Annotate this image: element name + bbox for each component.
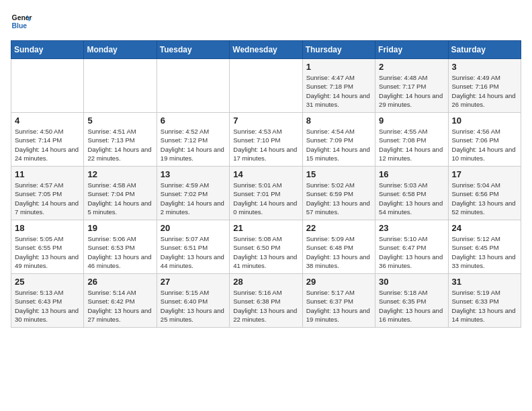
weekday-header: Wednesday [230, 41, 302, 59]
day-number: 31 [452, 277, 517, 287]
calendar-cell: 16Sunrise: 5:03 AMSunset: 6:58 PMDayligh… [375, 167, 448, 220]
day-info: Sunrise: 5:16 AMSunset: 6:38 PMDaylight:… [233, 288, 298, 324]
day-info: Sunrise: 5:03 AMSunset: 6:58 PMDaylight:… [379, 181, 444, 216]
calendar-cell: 22Sunrise: 5:09 AMSunset: 6:48 PMDayligh… [302, 220, 375, 274]
day-info: Sunrise: 5:19 AMSunset: 6:33 PMDaylight:… [452, 288, 517, 324]
svg-text:Blue: Blue [12, 22, 28, 30]
day-number: 30 [379, 277, 444, 287]
day-number: 7 [233, 116, 298, 126]
day-info: Sunrise: 4:51 AMSunset: 7:13 PMDaylight:… [87, 127, 152, 163]
day-info: Sunrise: 4:47 AMSunset: 7:18 PMDaylight:… [306, 73, 371, 109]
day-number: 22 [306, 223, 371, 233]
day-number: 9 [379, 116, 444, 126]
calendar-week-row: 18Sunrise: 5:05 AMSunset: 6:55 PMDayligh… [11, 220, 521, 274]
calendar-cell: 10Sunrise: 4:56 AMSunset: 7:06 PMDayligh… [448, 113, 521, 167]
calendar-cell: 27Sunrise: 5:15 AMSunset: 6:40 PMDayligh… [157, 274, 229, 328]
day-info: Sunrise: 5:01 AMSunset: 7:01 PMDaylight:… [233, 181, 298, 216]
calendar-cell: 19Sunrise: 5:06 AMSunset: 6:53 PMDayligh… [84, 220, 157, 274]
day-number: 6 [161, 116, 226, 126]
calendar-cell: 14Sunrise: 5:01 AMSunset: 7:01 PMDayligh… [230, 167, 302, 220]
weekday-header: Saturday [448, 41, 521, 59]
day-number: 27 [161, 277, 226, 287]
day-info: Sunrise: 4:59 AMSunset: 7:02 PMDaylight:… [161, 181, 226, 216]
weekday-header-row: SundayMondayTuesdayWednesdayThursdayFrid… [11, 41, 521, 59]
calendar-cell: 31Sunrise: 5:19 AMSunset: 6:33 PMDayligh… [448, 274, 521, 328]
calendar-cell: 4Sunrise: 4:50 AMSunset: 7:14 PMDaylight… [11, 113, 84, 167]
calendar-cell: 17Sunrise: 5:04 AMSunset: 6:56 PMDayligh… [448, 167, 521, 220]
day-number: 23 [379, 223, 444, 233]
day-info: Sunrise: 5:02 AMSunset: 6:59 PMDaylight:… [306, 181, 371, 216]
day-info: Sunrise: 4:49 AMSunset: 7:16 PMDaylight:… [452, 73, 517, 109]
calendar-cell: 21Sunrise: 5:08 AMSunset: 6:50 PMDayligh… [230, 220, 302, 274]
weekday-header: Friday [375, 41, 448, 59]
weekday-header: Thursday [302, 41, 375, 59]
calendar-cell: 20Sunrise: 5:07 AMSunset: 6:51 PMDayligh… [157, 220, 229, 274]
calendar-cell [84, 59, 157, 113]
calendar-cell [230, 59, 302, 113]
day-number: 29 [306, 277, 371, 287]
calendar-cell: 25Sunrise: 5:13 AMSunset: 6:43 PMDayligh… [11, 274, 84, 328]
day-info: Sunrise: 5:14 AMSunset: 6:42 PMDaylight:… [87, 288, 152, 324]
day-info: Sunrise: 4:50 AMSunset: 7:14 PMDaylight:… [15, 127, 80, 163]
day-info: Sunrise: 4:56 AMSunset: 7:06 PMDaylight:… [452, 127, 517, 163]
calendar-cell: 11Sunrise: 4:57 AMSunset: 7:05 PMDayligh… [11, 167, 84, 220]
day-info: Sunrise: 5:04 AMSunset: 6:56 PMDaylight:… [452, 181, 517, 216]
weekday-header: Sunday [11, 41, 84, 59]
weekday-header: Tuesday [157, 41, 229, 59]
calendar-cell: 7Sunrise: 4:53 AMSunset: 7:10 PMDaylight… [230, 113, 302, 167]
calendar-week-row: 4Sunrise: 4:50 AMSunset: 7:14 PMDaylight… [11, 113, 521, 167]
calendar-cell: 9Sunrise: 4:55 AMSunset: 7:08 PMDaylight… [375, 113, 448, 167]
day-number: 3 [452, 62, 517, 72]
calendar-cell: 15Sunrise: 5:02 AMSunset: 6:59 PMDayligh… [302, 167, 375, 220]
day-number: 10 [452, 116, 517, 126]
calendar-cell: 3Sunrise: 4:49 AMSunset: 7:16 PMDaylight… [448, 59, 521, 113]
day-info: Sunrise: 4:54 AMSunset: 7:09 PMDaylight:… [306, 127, 371, 163]
calendar-cell: 1Sunrise: 4:47 AMSunset: 7:18 PMDaylight… [302, 59, 375, 113]
day-info: Sunrise: 5:07 AMSunset: 6:51 PMDaylight:… [161, 234, 226, 270]
calendar-cell: 12Sunrise: 4:58 AMSunset: 7:04 PMDayligh… [84, 167, 157, 220]
calendar-cell: 30Sunrise: 5:18 AMSunset: 6:35 PMDayligh… [375, 274, 448, 328]
day-info: Sunrise: 4:55 AMSunset: 7:08 PMDaylight:… [379, 127, 444, 163]
day-number: 24 [452, 223, 517, 233]
day-number: 8 [306, 116, 371, 126]
calendar-cell: 23Sunrise: 5:10 AMSunset: 6:47 PMDayligh… [375, 220, 448, 274]
day-info: Sunrise: 5:08 AMSunset: 6:50 PMDaylight:… [233, 234, 298, 270]
day-number: 15 [306, 169, 371, 179]
day-info: Sunrise: 4:57 AMSunset: 7:05 PMDaylight:… [15, 181, 80, 216]
calendar-cell: 2Sunrise: 4:48 AMSunset: 7:17 PMDaylight… [375, 59, 448, 113]
calendar-cell: 5Sunrise: 4:51 AMSunset: 7:13 PMDaylight… [84, 113, 157, 167]
logo: General Blue [11, 11, 32, 32]
day-number: 5 [87, 116, 152, 126]
calendar-week-row: 1Sunrise: 4:47 AMSunset: 7:18 PMDaylight… [11, 59, 521, 113]
calendar-table: SundayMondayTuesdayWednesdayThursdayFrid… [11, 40, 521, 328]
day-number: 1 [306, 62, 371, 72]
day-number: 18 [15, 223, 80, 233]
weekday-header: Monday [84, 41, 157, 59]
calendar-week-row: 25Sunrise: 5:13 AMSunset: 6:43 PMDayligh… [11, 274, 521, 328]
day-info: Sunrise: 5:18 AMSunset: 6:35 PMDaylight:… [379, 288, 444, 324]
day-number: 16 [379, 169, 444, 179]
calendar-cell: 28Sunrise: 5:16 AMSunset: 6:38 PMDayligh… [230, 274, 302, 328]
day-number: 14 [233, 169, 298, 179]
day-number: 25 [15, 277, 80, 287]
day-number: 2 [379, 62, 444, 72]
calendar-cell [157, 59, 229, 113]
day-number: 28 [233, 277, 298, 287]
day-number: 4 [15, 116, 80, 126]
calendar-cell: 6Sunrise: 4:52 AMSunset: 7:12 PMDaylight… [157, 113, 229, 167]
day-number: 17 [452, 169, 517, 179]
calendar-cell: 29Sunrise: 5:17 AMSunset: 6:37 PMDayligh… [302, 274, 375, 328]
day-number: 19 [87, 223, 152, 233]
calendar-cell: 18Sunrise: 5:05 AMSunset: 6:55 PMDayligh… [11, 220, 84, 274]
calendar-cell: 13Sunrise: 4:59 AMSunset: 7:02 PMDayligh… [157, 167, 229, 220]
day-info: Sunrise: 5:12 AMSunset: 6:45 PMDaylight:… [452, 234, 517, 270]
calendar-cell: 24Sunrise: 5:12 AMSunset: 6:45 PMDayligh… [448, 220, 521, 274]
day-info: Sunrise: 5:10 AMSunset: 6:47 PMDaylight:… [379, 234, 444, 270]
logo-icon: General Blue [11, 11, 32, 32]
day-number: 13 [161, 169, 226, 179]
day-info: Sunrise: 5:09 AMSunset: 6:48 PMDaylight:… [306, 234, 371, 270]
page-header: General Blue [11, 11, 521, 32]
day-info: Sunrise: 5:05 AMSunset: 6:55 PMDaylight:… [15, 234, 80, 270]
day-info: Sunrise: 4:52 AMSunset: 7:12 PMDaylight:… [161, 127, 226, 163]
day-info: Sunrise: 5:15 AMSunset: 6:40 PMDaylight:… [161, 288, 226, 324]
